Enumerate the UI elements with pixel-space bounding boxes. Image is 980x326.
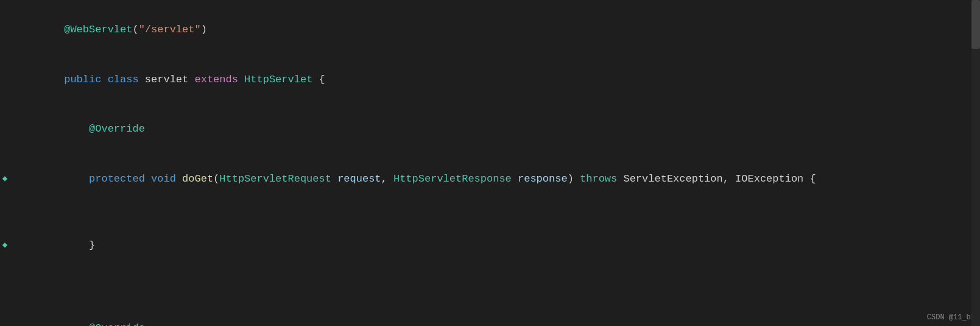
token: HttpServlet [244, 74, 312, 85]
code-line-7 [0, 270, 980, 286]
line-content-3: @Override [12, 104, 145, 154]
code-line-6: ◆ } [0, 220, 980, 270]
token: ( [132, 24, 138, 35]
token: ( [213, 173, 219, 185]
token: servlet [139, 74, 195, 85]
token: } [64, 239, 95, 251]
token: @Override [89, 322, 145, 326]
token: ) [201, 24, 207, 35]
gutter-6: ◆ [0, 238, 10, 252]
line-content-4: protected void doGet(HttpServletRequest … [12, 154, 816, 204]
token [238, 74, 244, 85]
token: ) [568, 173, 580, 185]
code-line-9: @Override [0, 303, 980, 326]
gutter-4: ◆ [0, 172, 10, 185]
scrollbar-thumb[interactable] [971, 0, 980, 49]
token: response [518, 173, 568, 185]
token: HttpServletRequest [219, 173, 331, 185]
token [145, 173, 151, 185]
token: throws [580, 173, 617, 185]
code-line-4: ◆ protected void doGet(HttpServletReques… [0, 154, 980, 204]
token: public [64, 74, 101, 85]
status-text: CSDN @11_bb [927, 313, 975, 322]
token [64, 173, 89, 185]
code-line-1: @WebServlet("/servlet") [0, 5, 980, 55]
token: protected [89, 173, 145, 185]
token [64, 322, 89, 326]
token: HttpServletResponse [393, 173, 512, 185]
token [512, 173, 518, 185]
token: doGet [182, 173, 213, 185]
line-content-1: @WebServlet("/servlet") [12, 5, 207, 55]
token: @WebServlet [64, 24, 132, 35]
code-line-3: @Override [0, 104, 980, 154]
token: , [381, 173, 393, 185]
scrollbar[interactable] [971, 0, 980, 326]
token: ServletException, IOException { [617, 173, 816, 185]
token: request [337, 173, 381, 185]
token: class [108, 74, 139, 85]
line-content-8 [12, 286, 33, 303]
token: extends [194, 74, 238, 85]
code-line-5 [0, 204, 980, 220]
code-editor: @WebServlet("/servlet") public class ser… [0, 0, 980, 326]
code-line-8 [0, 286, 980, 303]
token [101, 74, 107, 85]
token: { [312, 74, 325, 85]
token: @Override [89, 123, 145, 135]
token: "/servlet" [139, 24, 201, 35]
line-content-7 [12, 270, 33, 286]
line-content-5 [12, 204, 33, 220]
token [64, 123, 89, 135]
line-content-2: public class servlet extends HttpServlet… [12, 55, 325, 105]
token [331, 173, 337, 185]
line-content-6: } [12, 220, 95, 270]
line-content-9: @Override [12, 303, 145, 326]
token: void [151, 173, 176, 185]
token [176, 173, 182, 185]
code-line-2: public class servlet extends HttpServlet… [0, 55, 980, 105]
